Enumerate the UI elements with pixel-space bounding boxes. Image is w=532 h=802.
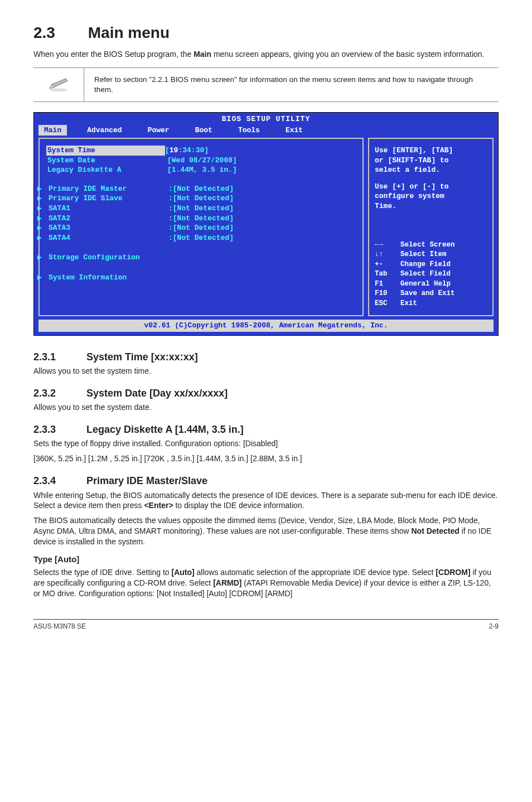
tab-power[interactable]: Power — [142, 125, 175, 136]
row-sata1[interactable]: ▶ SATA1 :[Not Detected] — [47, 204, 355, 214]
label-storage: Storage Configuration — [49, 253, 168, 263]
val-sata1: :[Not Detected] — [168, 204, 234, 214]
val-sata4: :[Not Detected] — [168, 233, 234, 243]
section-number: 2.3 — [33, 22, 84, 44]
submenu-arrow-icon: ▶ — [37, 194, 49, 204]
body-2-3-3b: [360K, 5.25 in.] [1.2M , 5.25 in.] [720K… — [33, 453, 499, 464]
bios-help-keys: ←→Select Screen ↓↑Select Item +-Change F… — [375, 240, 487, 309]
label-system-time: System Time — [46, 146, 165, 156]
row-storage-config[interactable]: ▶ Storage Configuration — [47, 253, 355, 263]
label-system-date: System Date — [47, 156, 167, 166]
label-sata3: SATA3 — [49, 223, 168, 233]
submenu-arrow-icon: ▶ — [37, 184, 49, 194]
bios-help-top: Use [ENTER], [TAB] or [SHIFT-TAB] to sel… — [375, 146, 487, 211]
row-legacy-diskette[interactable]: Legacy Diskette A [1.44M, 3.5 in.] — [47, 165, 355, 175]
heading-2-3-2: 2.3.2 System Date [Day xx/xx/xxxx] — [33, 386, 499, 400]
val-pide-master: :[Not Detected] — [168, 184, 234, 194]
label-sysinfo: System Information — [49, 273, 168, 283]
body-2-3-4-p2: The BIOS automatically detects the value… — [33, 515, 499, 547]
label-sata2: SATA2 — [49, 214, 168, 224]
bios-title: BIOS SETUP UTILITY — [34, 113, 498, 125]
row-pide-master[interactable]: ▶ Primary IDE Master :[Not Detected] — [47, 184, 355, 194]
tab-exit[interactable]: Exit — [280, 125, 308, 136]
submenu-arrow-icon: ▶ — [37, 204, 49, 214]
body-2-3-3a: Sets the type of floppy drive installed.… — [33, 438, 499, 449]
row-sata4[interactable]: ▶ SATA4 :[Not Detected] — [47, 233, 355, 243]
footer-right: 2-9 — [489, 622, 499, 631]
bios-screenshot: BIOS SETUP UTILITY Main Advanced Power B… — [33, 112, 499, 336]
heading-type-auto: Type [Auto] — [33, 554, 499, 565]
label-legacy: Legacy Diskette A — [47, 165, 167, 175]
row-system-date[interactable]: System Date [Wed 08/27/2008] — [47, 156, 355, 166]
submenu-arrow-icon: ▶ — [37, 233, 49, 243]
intro-paragraph: When you enter the BIOS Setup program, t… — [33, 49, 499, 60]
section-heading: 2.3 Main menu — [33, 22, 499, 44]
label-pide-slave: Primary IDE Slave — [49, 194, 168, 204]
note-callout: Refer to section "2.2.1 BIOS menu screen… — [33, 67, 499, 102]
body-type-auto: Selects the type of IDE drive. Setting t… — [33, 567, 499, 599]
footer-left: ASUS M3N78 SE — [33, 622, 86, 631]
tab-main[interactable]: Main — [38, 125, 67, 136]
submenu-arrow-icon: ▶ — [37, 253, 49, 263]
submenu-arrow-icon: ▶ — [37, 214, 49, 224]
row-sata2[interactable]: ▶ SATA2 :[Not Detected] — [47, 214, 355, 224]
intro-bold: Main — [194, 50, 211, 59]
row-system-time[interactable]: System Time [19:34:30] — [47, 146, 355, 156]
label-sata4: SATA4 — [49, 233, 168, 243]
body-2-3-1: Allows you to set the system time. — [33, 366, 499, 376]
submenu-arrow-icon: ▶ — [37, 223, 49, 233]
val-legacy: [1.44M, 3.5 in.] — [167, 165, 237, 175]
heading-2-3-3: 2.3.3 Legacy Diskette A [1.44M, 3.5 in.] — [33, 423, 499, 436]
bios-help-panel: Use [ENTER], [TAB] or [SHIFT-TAB] to sel… — [368, 138, 494, 316]
body-2-3-4-p1: While entering Setup, the BIOS automatic… — [33, 490, 499, 511]
val-system-date: [Wed 08/27/2008] — [167, 156, 237, 166]
label-sata1: SATA1 — [49, 204, 168, 214]
heading-2-3-1: 2.3.1 System Time [xx:xx:xx] — [33, 350, 499, 364]
bios-tabbar: Main Advanced Power Boot Tools Exit — [34, 125, 498, 138]
submenu-arrow-icon: ▶ — [37, 273, 49, 283]
tab-boot[interactable]: Boot — [190, 125, 218, 136]
val-sata2: :[Not Detected] — [168, 214, 234, 224]
pencil-icon — [46, 76, 71, 93]
row-system-info[interactable]: ▶ System Information — [47, 273, 355, 283]
section-title-text: Main menu — [88, 24, 170, 41]
val-pide-slave: :[Not Detected] — [168, 194, 234, 204]
body-2-3-2: Allows you to set the system date. — [33, 402, 499, 413]
svg-point-0 — [50, 88, 67, 91]
tab-advanced[interactable]: Advanced — [81, 125, 127, 136]
page-footer: ASUS M3N78 SE 2-9 — [33, 619, 499, 631]
val-sata3: :[Not Detected] — [168, 223, 234, 233]
row-sata3[interactable]: ▶ SATA3 :[Not Detected] — [47, 223, 355, 233]
note-icon-cell — [33, 68, 84, 100]
tab-tools[interactable]: Tools — [233, 125, 265, 136]
val-system-time: [19:34:30] — [165, 146, 209, 156]
row-pide-slave[interactable]: ▶ Primary IDE Slave :[Not Detected] — [47, 194, 355, 204]
bios-footer: v02.61 (C)Copyright 1985-2008, American … — [38, 320, 494, 332]
bios-main-panel: System Time [19:34:30] System Date [Wed … — [38, 138, 364, 316]
label-pide-master: Primary IDE Master — [49, 184, 168, 194]
note-text: Refer to section "2.2.1 BIOS menu screen… — [84, 68, 499, 102]
heading-2-3-4: 2.3.4 Primary IDE Master/Slave — [33, 474, 499, 487]
